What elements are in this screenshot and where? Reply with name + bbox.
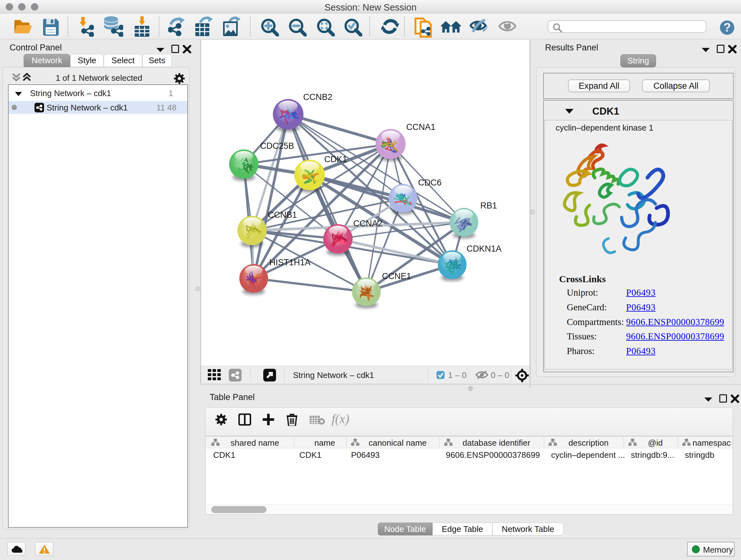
svg-text:CCNA1: CCNA1 xyxy=(406,122,435,132)
svg-text:CDC25B: CDC25B xyxy=(260,141,294,151)
svg-text:CDKN1A: CDKN1A xyxy=(467,244,502,253)
svg-text:CDC6: CDC6 xyxy=(418,178,442,187)
svg-text:CDK1: CDK1 xyxy=(324,154,347,164)
svg-text:RB1: RB1 xyxy=(480,201,497,210)
svg-text:CCNE1: CCNE1 xyxy=(382,271,411,281)
svg-text:CCNB2: CCNB2 xyxy=(303,92,333,102)
svg-text:HIST1H1A: HIST1H1A xyxy=(269,258,311,267)
svg-text:CCNA2: CCNA2 xyxy=(353,219,383,228)
svg-text:CCNB1: CCNB1 xyxy=(268,210,297,220)
